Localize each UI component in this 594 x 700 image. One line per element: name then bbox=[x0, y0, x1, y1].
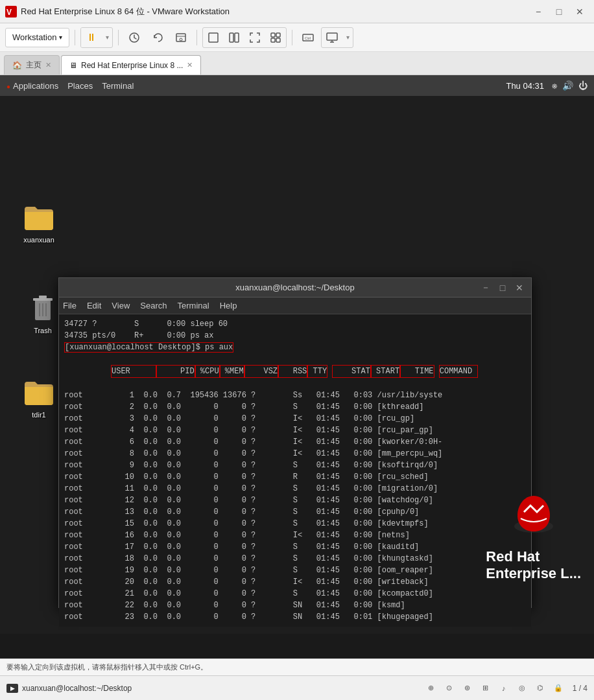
gnome-terminal-menu[interactable]: Terminal bbox=[102, 81, 134, 91]
window-controls: − □ ✕ bbox=[529, 3, 589, 21]
terminal-minimize-button[interactable]: － bbox=[478, 281, 493, 295]
display-controls: ▾ bbox=[321, 27, 353, 48]
vmware-statusbar: ▶ xuanxuan@localhost:~/Desktop ⊕ ⊙ ⊛ ⊞ ♪… bbox=[0, 675, 594, 700]
ps-row: root 11 0.0 0.0 0 0 ? S 01:45 0:00 [migr… bbox=[64, 483, 526, 495]
term-menu-search[interactable]: Search bbox=[140, 301, 167, 310]
split-view-button[interactable] bbox=[224, 28, 244, 47]
terminal-status-icon: ▶ bbox=[6, 684, 18, 693]
gnome-clock: Thu 04:31 bbox=[506, 81, 544, 91]
vmware-icon: V bbox=[5, 6, 17, 18]
folder-icon bbox=[23, 202, 54, 233]
ps-rows-container: root 1 0.0 0.7 195436 13676 ? Ss 01:45 0… bbox=[64, 390, 526, 623]
toolbar-separator-3 bbox=[196, 30, 197, 45]
tdir-folder-icon bbox=[23, 377, 54, 408]
bluetooth-status-icon: ⌬ bbox=[535, 683, 545, 694]
revert-button[interactable] bbox=[147, 28, 168, 47]
ps-row: root 19 0.0 0.0 0 0 ? S 01:45 0:00 [oom_… bbox=[64, 565, 526, 576]
normal-view-button[interactable] bbox=[203, 28, 224, 47]
terminal-status-label: xuanxuan@localhost:~/Desktop bbox=[22, 684, 132, 693]
vm-tab-close[interactable]: ✕ bbox=[187, 61, 193, 69]
folder-tdir1-label: tdir1 bbox=[32, 411, 45, 419]
pause-dropdown[interactable]: ▾ bbox=[102, 28, 112, 47]
trash-icon-desktop[interactable]: Trash bbox=[25, 290, 61, 337]
ps-row: root 21 0.0 0.0 0 0 ? S 01:45 0:00 [kcom… bbox=[64, 588, 526, 600]
ps-row: root 6 0.0 0.0 0 0 ? I< 01:45 0:00 [kwor… bbox=[64, 436, 526, 448]
minimize-button[interactable]: − bbox=[529, 3, 547, 21]
home-tab-label: 主页 bbox=[26, 60, 42, 71]
vmware-menubar: Workstation ▾ ⏸ ▾ bbox=[0, 23, 594, 52]
tab-home[interactable]: 🏠 主页 ✕ bbox=[4, 55, 60, 75]
svg-rect-3 bbox=[176, 34, 185, 41]
folder-tdir1[interactable]: tdir1 bbox=[21, 375, 57, 421]
desktop-content: xuanxuan Trash bbox=[0, 96, 594, 634]
devices-status-icon: ⊙ bbox=[444, 683, 455, 694]
term-menu-view[interactable]: View bbox=[112, 301, 130, 310]
maximize-button[interactable]: □ bbox=[550, 3, 568, 21]
toolbar-separator-1 bbox=[75, 30, 75, 45]
term-line-1: 34727 ? S 0:00 sleep 60 bbox=[64, 318, 526, 330]
audio-status-icon: ♪ bbox=[499, 683, 509, 694]
display-dropdown[interactable]: ▾ bbox=[342, 28, 353, 47]
fullscreen-button[interactable] bbox=[244, 28, 265, 47]
folder-xuanxuan-label: xuanxuan bbox=[23, 236, 54, 244]
svg-point-5 bbox=[180, 38, 182, 41]
status-right: ⊕ ⊙ ⊛ ⊞ ♪ ◎ ⌬ 🔒 1 / 4 bbox=[425, 683, 588, 694]
snapshot-manager-button[interactable] bbox=[171, 28, 191, 47]
volume-tray-icon[interactable]: 🔊 bbox=[562, 80, 573, 91]
redhat-text: Red Hat Enterprise L... bbox=[486, 548, 581, 582]
workstation-menu-button[interactable]: Workstation ▾ bbox=[5, 28, 69, 47]
tabs-bar: 🏠 主页 ✕ 🖥 Red Hat Enterprise Linux 8 ... … bbox=[0, 52, 594, 75]
window-title: Red Hat Enterprise Linux 8 64 位 - VMware… bbox=[21, 6, 529, 18]
display-button[interactable] bbox=[322, 28, 342, 47]
page-indicator: 1 / 4 bbox=[573, 684, 588, 693]
tab-vm[interactable]: 🖥 Red Hat Enterprise Linux 8 ... ✕ bbox=[61, 55, 201, 75]
term-command-line: [xuanxuan@localhost Desktop]$ ps aux bbox=[64, 342, 526, 353]
terminal-window-controls: － □ ✕ bbox=[478, 281, 527, 295]
svg-rect-10 bbox=[276, 33, 280, 37]
term-menu-terminal[interactable]: Terminal bbox=[178, 301, 209, 310]
term-menu-help[interactable]: Help bbox=[220, 301, 237, 310]
ps-row: root 8 0.0 0.0 0 0 ? I< 01:45 0:00 [mm_p… bbox=[64, 448, 526, 460]
svg-rect-12 bbox=[276, 38, 280, 42]
ps-row: root 22 0.0 0.0 0 0 ? SN 01:45 0:00 [ksm… bbox=[64, 600, 526, 611]
terminal-menubar: File Edit View Search Terminal Help bbox=[59, 298, 531, 314]
svg-rect-11 bbox=[271, 38, 275, 42]
term-menu-edit[interactable]: Edit bbox=[87, 301, 101, 310]
snapshot-button[interactable] bbox=[124, 28, 145, 47]
ps-row: root 18 0.0 0.0 0 0 ? S 01:45 0:00 [khun… bbox=[64, 553, 526, 565]
send-ctrlaltdel-button[interactable]: Ctrl bbox=[298, 28, 318, 47]
unity-button[interactable] bbox=[265, 28, 286, 47]
terminal-title: xuanxuan@localhost:~/Desktop bbox=[235, 283, 354, 292]
status-left: ▶ xuanxuan@localhost:~/Desktop bbox=[6, 684, 132, 693]
folder-xuanxuan[interactable]: xuanxuan bbox=[21, 200, 57, 246]
terminal-maximize-button[interactable]: □ bbox=[495, 281, 510, 295]
gnome-applications-menu[interactable]: Applications bbox=[6, 81, 58, 91]
close-button[interactable]: ✕ bbox=[571, 3, 589, 21]
home-tab-close[interactable]: ✕ bbox=[45, 61, 51, 69]
network-tray-icon[interactable]: ⎈ bbox=[552, 80, 557, 91]
ps-row: root 4 0.0 0.0 0 0 ? I< 01:45 0:00 [rcu_… bbox=[64, 425, 526, 436]
svg-text:Ctrl: Ctrl bbox=[305, 36, 311, 40]
ps-row: root 15 0.0 0.0 0 0 ? S 01:45 0:00 [kdev… bbox=[64, 518, 526, 530]
svg-rect-7 bbox=[230, 33, 233, 42]
pause-button[interactable]: ⏸ bbox=[81, 28, 102, 47]
usb-status-icon: ⊛ bbox=[462, 683, 473, 694]
view-controls bbox=[202, 27, 287, 48]
term-menu-file[interactable]: File bbox=[63, 301, 77, 310]
toolbar-separator-2 bbox=[118, 30, 119, 45]
redhat-name-line1: Red Hat bbox=[486, 548, 581, 565]
svg-text:V: V bbox=[6, 8, 12, 17]
ps-row: root 23 0.0 0.0 0 0 ? SN 01:45 0:01 [khu… bbox=[64, 611, 526, 623]
ps-row: root 20 0.0 0.0 0 0 ? I< 01:45 0:00 [wri… bbox=[64, 576, 526, 588]
toolbar-separator-4 bbox=[292, 30, 292, 45]
gnome-places-menu[interactable]: Places bbox=[67, 81, 93, 91]
terminal-close-button[interactable]: ✕ bbox=[512, 281, 527, 295]
term-line-2: 34735 pts/0 R+ 0:00 ps ax bbox=[64, 330, 526, 342]
trash-icon bbox=[27, 293, 58, 324]
ps-row: root 10 0.0 0.0 0 0 ? R 01:45 0:00 [rcu_… bbox=[64, 471, 526, 483]
hint-bar: 要将输入定向到该虚拟机，请将鼠标指针移入其中或按 Ctrl+G。 bbox=[0, 659, 594, 675]
cam-status-icon: ◎ bbox=[517, 683, 527, 694]
power-tray-icon[interactable]: ⏻ bbox=[578, 80, 588, 91]
vm-tab-label: Red Hat Enterprise Linux 8 ... bbox=[81, 61, 183, 70]
terminal-titlebar[interactable]: xuanxuan@localhost:~/Desktop － □ ✕ bbox=[59, 278, 531, 298]
